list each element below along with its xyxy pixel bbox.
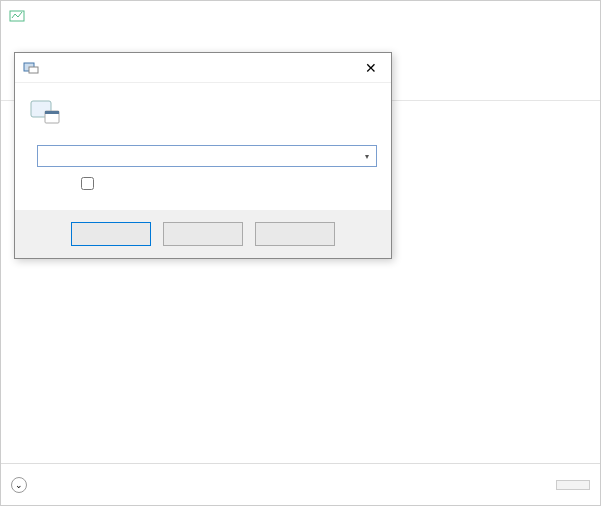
chevron-down-icon[interactable]: ▾ xyxy=(358,146,376,166)
taskmgr-icon xyxy=(9,8,25,24)
minimize-button[interactable] xyxy=(472,2,512,30)
close-button[interactable] xyxy=(552,2,592,30)
ok-button[interactable] xyxy=(71,222,151,246)
run-dialog-icon xyxy=(23,60,39,76)
dialog-buttons xyxy=(15,210,391,258)
menubar xyxy=(1,31,600,51)
titlebar xyxy=(1,1,600,31)
footer: ⌄ xyxy=(1,463,600,505)
svg-rect-2 xyxy=(29,67,38,73)
open-input[interactable] xyxy=(38,146,358,166)
disk-header[interactable] xyxy=(460,51,530,100)
network-header[interactable] xyxy=(530,51,600,100)
dialog-message xyxy=(71,97,377,127)
memory-header[interactable] xyxy=(390,51,460,100)
new-task-dialog: ✕ ▾ xyxy=(14,52,392,259)
fewer-details-button[interactable]: ⌄ xyxy=(11,477,33,493)
maximize-button[interactable] xyxy=(512,2,552,30)
browse-button[interactable] xyxy=(255,222,335,246)
run-icon xyxy=(29,97,61,127)
dialog-close-button[interactable]: ✕ xyxy=(359,60,383,76)
svg-rect-5 xyxy=(45,111,59,114)
admin-checkbox[interactable] xyxy=(81,177,94,190)
dialog-titlebar: ✕ xyxy=(15,53,391,83)
window-controls xyxy=(472,2,592,30)
chevron-down-icon: ⌄ xyxy=(11,477,27,493)
open-combobox[interactable]: ▾ xyxy=(37,145,377,167)
end-task-button[interactable] xyxy=(556,480,590,490)
cancel-button[interactable] xyxy=(163,222,243,246)
